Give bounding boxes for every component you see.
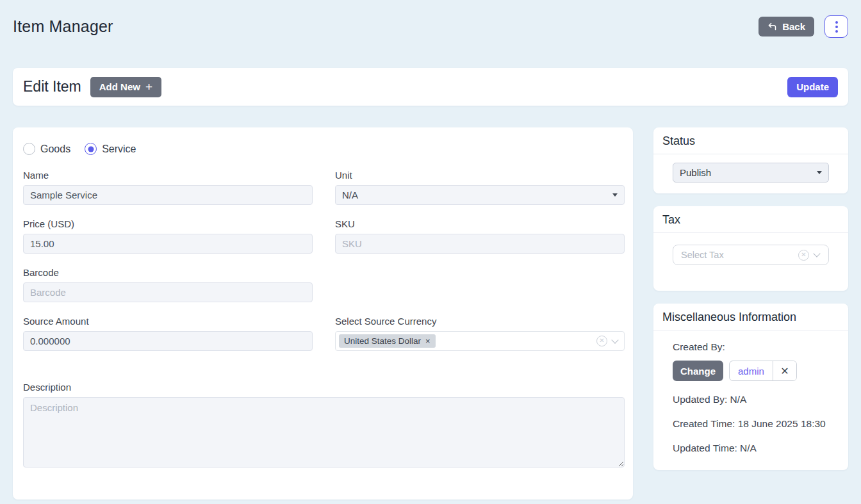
price-label: Price (USD) <box>23 218 313 229</box>
currency-tag: United States Dollar × <box>339 334 436 348</box>
status-selected-value: Publish <box>680 167 711 178</box>
created-time-text: Created Time: 18 June 2025 18:30 <box>673 418 829 430</box>
tax-card: Tax Select Tax ✕ <box>653 206 848 291</box>
item-type-radio-group: Goods Service <box>23 138 625 156</box>
description-label: Description <box>23 382 625 393</box>
add-new-label: Add New <box>99 81 140 92</box>
item-manager-page: { "page": { "title": "Item Manager" }, "… <box>0 0 861 504</box>
status-card-body: Publish <box>653 154 848 193</box>
content: Goods Service Name Unit N/A Price <box>13 127 848 500</box>
remove-user-icon[interactable]: ✕ <box>773 361 796 380</box>
source-currency-label: Select Source Currency <box>335 316 625 327</box>
goods-radio-label: Goods <box>40 143 70 155</box>
description-field-group: Description <box>23 382 625 470</box>
header-actions: Back <box>758 15 848 38</box>
radio-goods[interactable]: Goods <box>23 143 70 155</box>
price-input[interactable] <box>23 234 313 254</box>
status-card-title: Status <box>653 127 848 154</box>
name-label: Name <box>23 170 313 181</box>
created-by-row: Change admin ✕ <box>673 361 829 381</box>
sidebar-column: Status Publish Tax Select Tax ✕ <box>653 127 848 470</box>
edit-item-form-card: Goods Service Name Unit N/A Price <box>13 127 633 500</box>
clear-selection-icon[interactable]: ✕ <box>596 336 607 346</box>
page-title: Item Manager <box>13 17 113 36</box>
tax-select-placeholder: Select Tax <box>681 250 724 260</box>
more-options-button[interactable] <box>824 15 848 38</box>
service-radio-input[interactable] <box>85 143 97 155</box>
back-arrow-icon <box>767 22 777 31</box>
kebab-menu-icon <box>835 30 838 33</box>
unit-label: Unit <box>335 170 625 181</box>
clear-selection-icon[interactable]: ✕ <box>798 250 809 261</box>
barcode-input[interactable] <box>23 282 313 302</box>
back-button-label: Back <box>782 21 805 32</box>
kebab-menu-icon <box>835 26 838 28</box>
tax-control-icons: ✕ <box>798 250 823 261</box>
currency-tag-label: United States Dollar <box>344 336 421 346</box>
barcode-label: Barcode <box>23 267 313 278</box>
edit-item-heading: Edit Item <box>23 78 81 95</box>
chevron-down-icon[interactable] <box>813 250 820 257</box>
updated-by-text: Updated By: N/A <box>673 394 829 405</box>
name-input[interactable] <box>23 185 313 205</box>
unit-field-group: Unit N/A <box>335 170 625 205</box>
add-new-button[interactable]: Add New + <box>90 77 161 97</box>
source-amount-label: Source Amount <box>23 316 313 327</box>
edit-item-toolbar: Edit Item Add New + Update <box>13 68 848 106</box>
kebab-menu-icon <box>835 21 838 24</box>
barcode-field-group: Barcode <box>23 267 313 302</box>
tax-card-title: Tax <box>653 206 848 233</box>
source-amount-field-group: Source Amount <box>23 316 313 351</box>
sku-field-group: SKU <box>335 218 625 254</box>
created-by-label: Created By: <box>673 341 829 353</box>
price-field-group: Price (USD) <box>23 218 313 254</box>
tax-select[interactable]: Select Tax ✕ <box>673 245 829 265</box>
back-button[interactable]: Back <box>758 17 814 37</box>
misc-info-card-title: Miscellaneous Information <box>653 304 848 330</box>
source-currency-field-group: Select Source Currency United States Dol… <box>335 316 625 351</box>
source-currency-multiselect[interactable]: United States Dollar × ✕ <box>335 331 625 351</box>
misc-info-card: Miscellaneous Information Created By: Ch… <box>653 304 848 470</box>
radio-service[interactable]: Service <box>85 143 136 155</box>
chevron-down-icon[interactable] <box>611 336 618 343</box>
tax-card-body: Select Tax ✕ <box>653 233 848 291</box>
sku-label: SKU <box>335 218 625 229</box>
updated-time-text: Updated Time: N/A <box>673 443 829 454</box>
currency-control-icons: ✕ <box>596 336 621 346</box>
change-user-button[interactable]: Change <box>673 361 723 381</box>
description-textarea[interactable] <box>23 397 625 467</box>
created-by-user-link[interactable]: admin <box>730 361 773 380</box>
plus-icon: + <box>145 81 152 93</box>
unit-select[interactable]: N/A <box>335 185 625 205</box>
empty-cell <box>335 267 625 302</box>
sku-input[interactable] <box>335 234 625 254</box>
header: Item Manager Back <box>0 0 861 38</box>
misc-info-card-body: Created By: Change admin ✕ Updated By: N… <box>653 330 848 470</box>
name-field-group: Name <box>23 170 313 205</box>
caret-down-icon <box>817 171 822 174</box>
update-button[interactable]: Update <box>787 77 838 97</box>
unit-selected-value: N/A <box>342 190 358 200</box>
goods-radio-input[interactable] <box>23 143 35 155</box>
currency-tag-remove-icon[interactable]: × <box>425 337 430 345</box>
service-radio-label: Service <box>102 143 136 155</box>
source-amount-input[interactable] <box>23 331 313 351</box>
status-select[interactable]: Publish <box>673 163 829 183</box>
status-card: Status Publish <box>653 127 848 193</box>
created-by-user-group: admin ✕ <box>729 361 797 381</box>
caret-down-icon <box>612 193 618 197</box>
